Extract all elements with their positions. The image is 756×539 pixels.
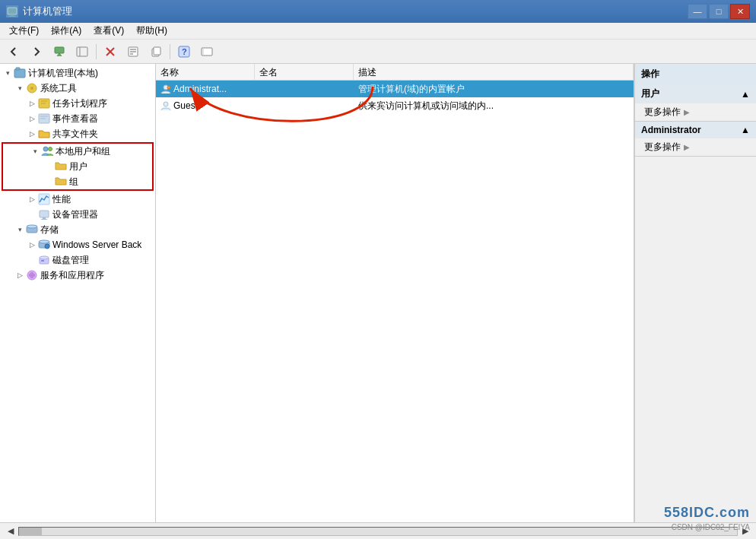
col-header-name[interactable]: 名称 [156,64,255,80]
task-scheduler-toggle[interactable]: ▷ [26,97,38,109]
action-item-more-admin[interactable]: 更多操作 ▶ [635,138,756,156]
svg-rect-4 [77,47,87,56]
windows-backup-toggle[interactable]: ▷ [26,239,38,251]
user-admin-fullname [255,87,354,90]
performance-toggle[interactable]: ▷ [26,193,38,205]
tree-storage[interactable]: ▾ 存储 [0,222,155,237]
svg-rect-18 [14,69,25,78]
event-viewer-label: 事件查看器 [52,113,98,125]
close-button[interactable]: ✕ [730,4,750,19]
tree-services-apps[interactable]: ▷ 服务和应用程序 [0,268,155,283]
menu-action[interactable]: 操作(A) [45,23,87,39]
svg-rect-0 [8,8,17,14]
disk-management-icon [38,254,50,266]
services-apps-label: 服务和应用程序 [40,269,104,282]
services-apps-toggle[interactable]: ▷ [14,269,26,281]
copy-button[interactable] [145,42,167,62]
task-scheduler-label: 任务计划程序 [52,97,107,110]
left-panel-tree: ▾ 计算机管理(本地) ▾ 系统工具 ▷ [0,64,156,522]
local-users-toggle[interactable]: ▾ [29,145,41,157]
storage-toggle[interactable]: ▾ [14,224,26,236]
system-tools-icon [26,82,38,94]
action-item-more-users[interactable]: 更多操作 ▶ [635,103,756,121]
svg-rect-1 [10,14,14,16]
minimize-button[interactable]: — [688,4,707,19]
svg-point-35 [27,225,37,228]
menu-view[interactable]: 查看(V) [87,23,130,39]
svg-rect-19 [16,68,20,70]
watermark: 558IDC.com [664,505,750,521]
table-row[interactable]: Guest 供来宾访问计算机或访问域的内... [156,97,634,114]
svg-text:?: ? [182,47,187,56]
app-icon [6,5,18,17]
tree-local-users[interactable]: ▾ 本地用户和组 [3,144,152,159]
groups-icon [55,176,67,188]
user-guest-name: Guest [156,99,255,113]
console-button[interactable] [196,42,218,62]
event-viewer-toggle[interactable]: ▷ [26,113,38,125]
shared-folders-toggle[interactable]: ▷ [26,128,38,140]
svg-rect-41 [41,260,44,262]
groups-spacer [43,176,55,188]
svg-point-46 [167,86,170,89]
scroll-thumb [19,528,42,535]
tree-shared-folders[interactable]: ▷ 共享文件夹 [0,126,155,141]
maximize-button[interactable]: □ [709,4,729,19]
tree-disk-management[interactable]: 磁盘管理 [0,252,155,268]
system-tools-toggle[interactable]: ▾ [14,82,26,94]
menu-file[interactable]: 文件(F) [3,23,45,39]
action-header-users[interactable]: 用户 ▲ [635,84,756,103]
users-label: 用户 [69,160,87,173]
svg-point-37 [39,240,49,243]
table-row[interactable]: Administrat... 管理计算机(域)的内置帐户 [156,81,634,97]
show-button[interactable] [71,42,93,62]
event-viewer-icon [38,113,50,125]
root-icon [14,67,26,79]
device-manager-label: 设备管理器 [52,208,98,221]
help-button[interactable]: ? [173,42,195,62]
svg-rect-31 [40,211,49,217]
middle-panel: 名称 全名 描述 Administrat... 管理计算机(域)的内置帐户 [156,64,634,522]
tree-system-tools[interactable]: ▾ 系统工具 [0,81,155,96]
action-section-users: 用户 ▲ 更多操作 ▶ [635,84,756,122]
column-headers: 名称 全名 描述 [156,64,634,81]
users-icon [55,160,67,173]
tree-performance[interactable]: ▷ 性能 [0,192,155,207]
action-header-admin[interactable]: Administrator ▲ [635,122,756,138]
properties-button[interactable] [122,42,144,62]
windows-backup-icon [38,239,50,251]
svg-rect-32 [43,217,46,219]
toolbar-separator-2 [170,44,170,59]
window-controls: — □ ✕ [688,4,750,19]
forward-button[interactable] [26,42,47,62]
delete-button[interactable] [100,42,121,62]
tree-event-viewer[interactable]: ▷ 事件查看器 [0,111,155,126]
root-toggle[interactable]: ▾ [2,67,14,79]
user-admin-desc: 管理计算机(域)的内置帐户 [354,81,634,97]
horizontal-scrollbar[interactable] [18,527,738,536]
tree-root[interactable]: ▾ 计算机管理(本地) [0,65,155,81]
disk-management-label: 磁盘管理 [52,254,89,267]
col-header-desc[interactable]: 描述 [354,64,634,80]
menu-help[interactable]: 帮助(H) [130,23,173,39]
tree-users[interactable]: 用户 [3,159,152,174]
highlight-box: ▾ 本地用户和组 [2,142,154,191]
tree-windows-backup[interactable]: ▷ Windows Server Back [0,237,155,252]
tree-groups[interactable]: 组 [3,174,152,189]
disk-management-spacer [26,254,38,266]
back-button[interactable] [3,42,24,62]
performance-icon [38,193,50,205]
up-button[interactable] [49,42,70,62]
tree-task-scheduler[interactable]: ▷ 任务计划程序 [0,96,155,111]
actions-title: 操作 [635,64,756,84]
toolbar: ? [0,40,756,64]
windows-backup-label: Windows Server Back [52,239,141,250]
task-scheduler-icon [38,97,50,109]
tree-device-manager[interactable]: 设备管理器 [0,207,155,222]
col-header-fullname[interactable]: 全名 [255,64,354,80]
main-layout: ▾ 计算机管理(本地) ▾ 系统工具 ▷ [0,64,756,522]
scroll-left[interactable]: ◀ [3,526,18,536]
svg-point-28 [43,147,48,151]
title-bar-left: 计算机管理 [6,5,72,18]
device-manager-spacer [26,208,38,220]
